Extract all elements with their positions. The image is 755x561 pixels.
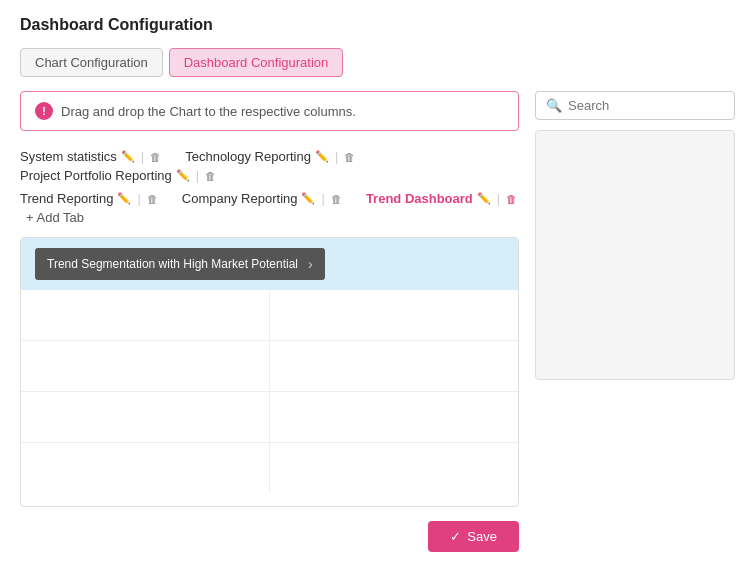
tab-row-1: System statistics ✏️ | 🗑 Technology Repo…	[20, 149, 519, 183]
divider-1: |	[141, 149, 144, 164]
delete-icon-2[interactable]: 🗑	[344, 151, 355, 163]
trend-dashboard-label: Trend Dashboard	[366, 191, 473, 206]
nav-system-statistics[interactable]: System statistics	[20, 149, 117, 164]
banner-text: Drag and drop the Chart to the respectiv…	[61, 104, 356, 119]
divider-2: |	[335, 149, 338, 164]
edit-icon-6[interactable]: ✏️	[477, 192, 491, 205]
save-checkmark-icon: ✓	[450, 529, 461, 544]
edit-icon-2[interactable]: ✏️	[315, 150, 329, 163]
dashboard-area: Trend Segmentation with High Market Pote…	[20, 237, 519, 507]
page-title: Dashboard Configuration	[20, 16, 735, 34]
delete-icon-1[interactable]: 🗑	[150, 151, 161, 163]
dashboard-body	[21, 290, 518, 493]
nav-project-portfolio-reporting[interactable]: Project Portfolio Reporting	[20, 168, 172, 183]
save-label: Save	[467, 529, 497, 544]
info-banner: ! Drag and drop the Chart to the respect…	[20, 91, 519, 131]
divider-5: |	[321, 191, 324, 206]
dashboard-row-1	[21, 290, 518, 341]
project-portfolio-label: Project Portfolio Reporting	[20, 168, 172, 183]
top-tabs: Chart Configuration Dashboard Configurat…	[20, 48, 735, 77]
company-reporting-label: Company Reporting	[182, 191, 298, 206]
save-button[interactable]: ✓ Save	[428, 521, 519, 552]
search-box[interactable]: 🔍	[535, 91, 735, 120]
dashboard-row-2	[21, 341, 518, 392]
nav-technology-reporting[interactable]: Technology Reporting	[185, 149, 311, 164]
divider-3: |	[196, 168, 199, 183]
nav-trend-dashboard[interactable]: Trend Dashboard	[366, 191, 473, 206]
edit-icon-4[interactable]: ✏️	[117, 192, 131, 205]
chart-item-label: Trend Segmentation with High Market Pote…	[47, 257, 298, 271]
delete-icon-3[interactable]: 🗑	[205, 170, 216, 182]
trend-reporting-label: Trend Reporting	[20, 191, 113, 206]
dashboard-col-2-2[interactable]	[270, 341, 518, 391]
tab-chart-configuration[interactable]: Chart Configuration	[20, 48, 163, 77]
edit-icon-1[interactable]: ✏️	[121, 150, 135, 163]
nav-company-reporting[interactable]: Company Reporting	[182, 191, 298, 206]
dashboard-col-1-2[interactable]	[270, 290, 518, 340]
tab-dashboard-configuration[interactable]: Dashboard Configuration	[169, 48, 344, 77]
add-tab-button[interactable]: + Add Tab	[26, 210, 84, 225]
search-input[interactable]	[568, 98, 724, 113]
info-icon: !	[35, 102, 53, 120]
right-panel: 🔍	[535, 91, 735, 552]
dashboard-col-2-1[interactable]	[21, 341, 270, 391]
dashboard-col-1-1[interactable]	[21, 290, 270, 340]
dashboard-col-4-2[interactable]	[270, 443, 518, 493]
chart-list-panel	[535, 130, 735, 380]
nav-trend-reporting[interactable]: Trend Reporting	[20, 191, 113, 206]
tab-navigation: System statistics ✏️ | 🗑 Technology Repo…	[20, 149, 519, 225]
dashboard-row-3	[21, 392, 518, 443]
edit-icon-3[interactable]: ✏️	[176, 169, 190, 182]
dashboard-col-3-2[interactable]	[270, 392, 518, 442]
delete-icon-5[interactable]: 🗑	[331, 193, 342, 205]
chart-drag-item[interactable]: Trend Segmentation with High Market Pote…	[35, 248, 325, 280]
tab-row-2: Trend Reporting ✏️ | 🗑 Company Reporting…	[20, 191, 519, 225]
dashboard-col-3-1[interactable]	[21, 392, 270, 442]
chart-arrow-icon: ›	[308, 256, 313, 272]
delete-icon-4[interactable]: 🗑	[147, 193, 158, 205]
divider-4: |	[137, 191, 140, 206]
save-row: ✓ Save	[20, 521, 519, 552]
search-icon: 🔍	[546, 98, 562, 113]
system-statistics-label: System statistics	[20, 149, 117, 164]
divider-6: |	[497, 191, 500, 206]
left-panel: ! Drag and drop the Chart to the respect…	[20, 91, 519, 552]
technology-reporting-label: Technology Reporting	[185, 149, 311, 164]
delete-icon-6[interactable]: 🗑	[506, 193, 517, 205]
dashboard-row-4	[21, 443, 518, 493]
dashboard-header-row: Trend Segmentation with High Market Pote…	[21, 238, 518, 290]
edit-icon-5[interactable]: ✏️	[301, 192, 315, 205]
dashboard-col-4-1[interactable]	[21, 443, 270, 493]
add-tab-label: + Add Tab	[26, 210, 84, 225]
